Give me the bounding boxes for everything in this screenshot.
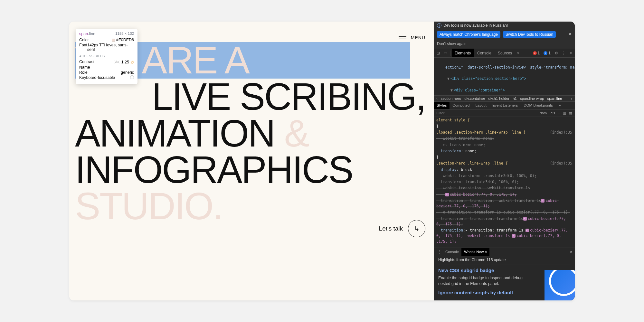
cta-arrow-button[interactable]: ↳	[408, 220, 425, 237]
styles-layout-icon-2[interactable]: ▤	[569, 111, 572, 115]
breadcrumb-prev-icon[interactable]: ‹	[436, 97, 438, 100]
inspect-icon[interactable]: ⊡	[435, 51, 441, 55]
breadcrumb-next-icon[interactable]: ›	[571, 97, 572, 100]
color-swatch-icon	[112, 39, 115, 42]
devtools-info-bar: i DevTools is now available in Russian!	[434, 22, 575, 29]
tab-sources[interactable]: Sources	[495, 49, 515, 57]
headline-line-2: LIVE SCRIBING,	[152, 75, 425, 118]
cta-text[interactable]: Let's talk	[379, 225, 403, 232]
dom-tree[interactable]: ection1" data-scroll-section-inview styl…	[434, 58, 575, 95]
tooltip-font-value: 142px TTHoves, sans-serif	[87, 43, 134, 52]
devtools-panel: i DevTools is now available in Russian! …	[434, 22, 575, 300]
breadcrumb-item[interactable]: span.line	[547, 97, 562, 100]
drawer-kebab-icon[interactable]: ⋮	[436, 250, 443, 254]
kebab-menu-icon[interactable]: ⋮	[560, 51, 567, 55]
new-style-icon[interactable]: +	[558, 111, 560, 115]
tooltip-color-label: Color	[79, 38, 89, 42]
tabs-more-icon[interactable]: »	[516, 51, 521, 55]
tooltip-contrast-label: Contrast	[79, 60, 94, 64]
hov-toggle[interactable]: :hov	[540, 111, 547, 115]
tooltip-kbd-label: Keyboard-focusable	[79, 75, 115, 80]
source-link[interactable]: (index):35	[550, 130, 572, 135]
warning-icon: ⊘	[130, 60, 134, 64]
styles-subtabs: Styles Computed Layout Event Listeners D…	[434, 102, 575, 109]
tooltip-role-value: generic	[121, 70, 134, 75]
devtools-drawer: ⋮ Console What's New × × Highlights from…	[434, 248, 575, 300]
breadcrumb-item[interactable]: h1	[513, 97, 517, 100]
news-thumbnail	[545, 270, 575, 300]
devtools-close-icon[interactable]: ×	[568, 51, 573, 55]
info-bar-text: DevTools is now available in Russian!	[443, 23, 508, 28]
subtabs-more-icon[interactable]: »	[556, 102, 564, 109]
subtab-styles[interactable]: Styles	[434, 102, 450, 109]
breadcrumb-item[interactable]: span.line-wrap	[520, 97, 544, 100]
headline-line-4: INFOGRAPHICS	[75, 148, 353, 191]
message-count-badge[interactable]: i1	[542, 51, 552, 55]
dom-breadcrumb[interactable]: ‹ section-hero div.container div.h1-hold…	[434, 95, 575, 102]
news-paragraph-1: Enable the subgrid badge to inspect and …	[438, 275, 532, 287]
dont-show-again-link[interactable]: Don't show again	[437, 42, 572, 46]
switch-language-button[interactable]: Switch DevTools to Russian	[503, 31, 556, 38]
match-language-button[interactable]: Always match Chrome's language	[437, 31, 500, 38]
breadcrumb-item[interactable]: div.container	[464, 97, 485, 100]
drawer-highlight-text: Highlights from the Chrome 115 update	[438, 258, 570, 264]
drawer-tab-whatsnew[interactable]: What's New ×	[461, 248, 489, 256]
tooltip-color-value: #F0DED6	[116, 38, 134, 42]
drawer-close-icon[interactable]: ×	[570, 250, 572, 254]
device-toggle-icon[interactable]: ▭	[442, 51, 449, 55]
headline-line-3b: &	[284, 112, 309, 155]
banner-close-icon[interactable]: ×	[569, 31, 572, 37]
tooltip-dimensions: 1158 × 132	[115, 32, 134, 36]
tooltip-name-label: Name	[79, 65, 90, 70]
headline-line-5: STUDIO.	[75, 185, 223, 227]
menu-burger-icon[interactable]	[399, 36, 406, 39]
cls-toggle[interactable]: .cls	[550, 111, 555, 115]
styles-filter-input[interactable]	[436, 111, 537, 115]
tab-console[interactable]: Console	[474, 49, 494, 57]
tooltip-a11y-header: ACCESSIBILITY	[79, 54, 134, 58]
element-inspect-tooltip: span.line 1158 × 132 Color#F0DED6 Font14…	[76, 29, 137, 84]
devtools-tabs: ⊡ ▭ Elements Console Sources » ×1 i1 ⚙ ⋮…	[434, 49, 575, 58]
aa-icon: Aa	[114, 60, 120, 64]
subtab-event-listeners[interactable]: Event Listeners	[489, 102, 521, 109]
tooltip-font-label: Font	[79, 43, 87, 52]
source-link[interactable]: (index):35	[550, 161, 572, 166]
tooltip-contrast-value: 1.25	[121, 60, 129, 64]
settings-gear-icon[interactable]: ⚙	[553, 51, 560, 55]
styles-pane[interactable]: element.style { } (index):35.loaded .sec…	[434, 117, 575, 248]
tooltip-tag: span	[79, 32, 88, 36]
tab-elements[interactable]: Elements	[452, 49, 474, 57]
block-icon	[130, 75, 134, 79]
headline-line-3a: ANIMATION	[75, 112, 284, 155]
subtab-dom-breakpoints[interactable]: DOM Breakpoints	[521, 102, 556, 109]
webpage-viewport: MENU WE ARE A LIVE SCRIBING, ANIMATION &…	[69, 22, 434, 300]
menu-label[interactable]: MENU	[411, 35, 425, 40]
tooltip-class: .line	[88, 32, 95, 36]
styles-layout-icon[interactable]: ▥	[563, 111, 566, 115]
drawer-tab-console[interactable]: Console	[443, 248, 461, 256]
error-count-badge[interactable]: ×1	[531, 51, 542, 55]
devtools-language-banner: Always match Chrome's language Switch De…	[434, 29, 575, 49]
tooltip-role-label: Role	[79, 70, 88, 75]
subtab-layout[interactable]: Layout	[472, 102, 489, 109]
subtab-computed[interactable]: Computed	[450, 102, 472, 109]
breadcrumb-item[interactable]: div.h1-holder	[488, 97, 510, 100]
info-icon: i	[437, 23, 441, 28]
breadcrumb-item[interactable]: section-hero	[441, 97, 461, 100]
browser-window: MENU WE ARE A LIVE SCRIBING, ANIMATION &…	[69, 22, 575, 300]
